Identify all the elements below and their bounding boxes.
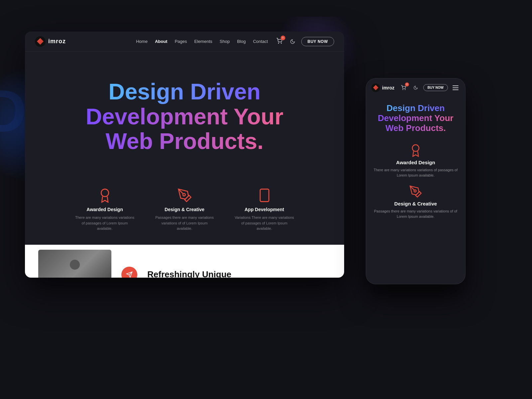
mobile-buy-now-button[interactable]: BUY NOW (423, 84, 448, 91)
desktop-logo-area[interactable]: imroz (35, 36, 66, 47)
desktop-feature-3-title: App Development (244, 207, 284, 212)
menu-line-3 (453, 89, 459, 90)
desktop-logo-icon (35, 36, 46, 47)
nav-contact[interactable]: Contact (253, 39, 268, 44)
svg-point-3 (183, 194, 185, 196)
mobile-pen-icon (409, 185, 422, 198)
desktop-theme-toggle[interactable] (288, 37, 297, 46)
hero-line-2: Development Your (86, 104, 284, 129)
nav-elements[interactable]: Elements (194, 39, 212, 44)
hero-line-1: Design Driven (86, 79, 284, 104)
desktop-award-icon (97, 188, 112, 203)
nav-blog[interactable]: Blog (237, 39, 246, 44)
svg-point-10 (405, 89, 405, 90)
desktop-bottom-text: Refreshingly Unique (147, 269, 331, 278)
desktop-hero-title: Design Driven Development Your Web Produ… (86, 79, 284, 154)
mobile-feature-1-desc: There are many variations variations of … (371, 167, 460, 178)
desktop-mockup: imroz Home About Pages Elements Shop Blo… (25, 32, 344, 278)
desktop-feature-2-desc: Passages there are many variations varia… (155, 215, 214, 231)
mobile-navbar: imroz 0 BUY NOW (366, 78, 465, 97)
mobile-cart-badge: 0 (405, 82, 409, 86)
mobile-cart-button[interactable]: 0 (399, 83, 408, 92)
mobile-mockup: imroz 0 BUY NOW Design Driven Developmen… (366, 78, 466, 284)
desktop-pen-icon (177, 188, 192, 203)
nav-pages[interactable]: Pages (175, 39, 187, 44)
desktop-about-image (38, 250, 111, 278)
menu-line-2 (453, 87, 459, 88)
desktop-feature-awarded: Awarded Design There are many variations… (75, 188, 135, 231)
mobile-feature-2-desc: Passages there are many variations varia… (371, 208, 460, 219)
mobile-hero-line-2: Development Your (371, 113, 460, 123)
logo-diamond (37, 38, 44, 45)
svg-point-6 (70, 260, 80, 270)
svg-point-1 (281, 43, 282, 44)
mobile-logo-icon (371, 83, 380, 92)
desktop-cart-badge: 0 (281, 36, 285, 40)
svg-point-0 (278, 43, 279, 44)
svg-point-12 (414, 190, 416, 192)
mobile-hero-line-3: Web Products. (371, 123, 460, 133)
desktop-feature-app: App Development Variations There are man… (234, 188, 294, 231)
svg-point-11 (412, 145, 419, 151)
desktop-feature-2-title: Design & Creative (165, 207, 204, 212)
person-silhouette (62, 256, 88, 278)
hero-line-3: Web Products. (86, 129, 284, 154)
desktop-mobile-icon (257, 188, 272, 203)
svg-point-2 (101, 189, 109, 197)
desktop-feature-3-desc: Variations There are many variations of … (234, 215, 294, 231)
desktop-buy-now-button[interactable]: BUY NOW (301, 37, 334, 46)
desktop-feature-creative: Design & Creative Passages there are man… (155, 188, 214, 231)
menu-line-1 (453, 85, 459, 86)
desktop-features-section: Awarded Design There are many variations… (25, 178, 344, 245)
mobile-hero-line-1: Design Driven (371, 103, 460, 113)
mobile-menu-button[interactable] (451, 83, 460, 92)
mobile-feature-2-title: Design & Creative (394, 201, 437, 206)
nav-home[interactable]: Home (136, 39, 148, 44)
desktop-nav-links: Home About Pages Elements Shop Blog Cont… (136, 39, 268, 44)
mobile-hero-section: Design Driven Development Your Web Produ… (366, 97, 465, 138)
mobile-logo-diamond (373, 85, 378, 90)
nav-about[interactable]: About (155, 39, 168, 44)
desktop-send-fab[interactable] (121, 267, 137, 278)
mobile-logo-area[interactable]: imroz (371, 83, 394, 92)
desktop-nav-actions: 0 BUY NOW (275, 37, 334, 46)
mobile-feature-1-title: Awarded Design (396, 160, 435, 165)
desktop-feature-1-desc: There are many variations variations of … (75, 215, 135, 231)
svg-point-9 (403, 89, 403, 90)
mobile-feature-creative: Design & Creative Passages there are man… (371, 185, 460, 219)
svg-rect-4 (260, 189, 269, 202)
mobile-award-icon (409, 144, 422, 157)
desktop-bottom-section: Refreshingly Unique (25, 245, 344, 278)
desktop-navbar: imroz Home About Pages Elements Shop Blo… (25, 32, 344, 52)
desktop-feature-1-title: Awarded Design (86, 207, 123, 212)
mobile-theme-toggle[interactable] (411, 83, 420, 92)
mobile-hero-title: Design Driven Development Your Web Produ… (371, 103, 460, 133)
desktop-logo-text: imroz (48, 38, 66, 45)
desktop-refreshingly-heading: Refreshingly Unique (147, 269, 331, 278)
nav-shop[interactable]: Shop (220, 39, 230, 44)
desktop-cart-button[interactable]: 0 (275, 37, 284, 46)
mobile-features-section: Awarded Design There are many variations… (366, 138, 465, 225)
mobile-feature-awarded: Awarded Design There are many variations… (371, 144, 460, 178)
desktop-hero-section: Design Driven Development Your Web Produ… (25, 52, 344, 178)
mobile-logo-text: imroz (382, 85, 394, 90)
